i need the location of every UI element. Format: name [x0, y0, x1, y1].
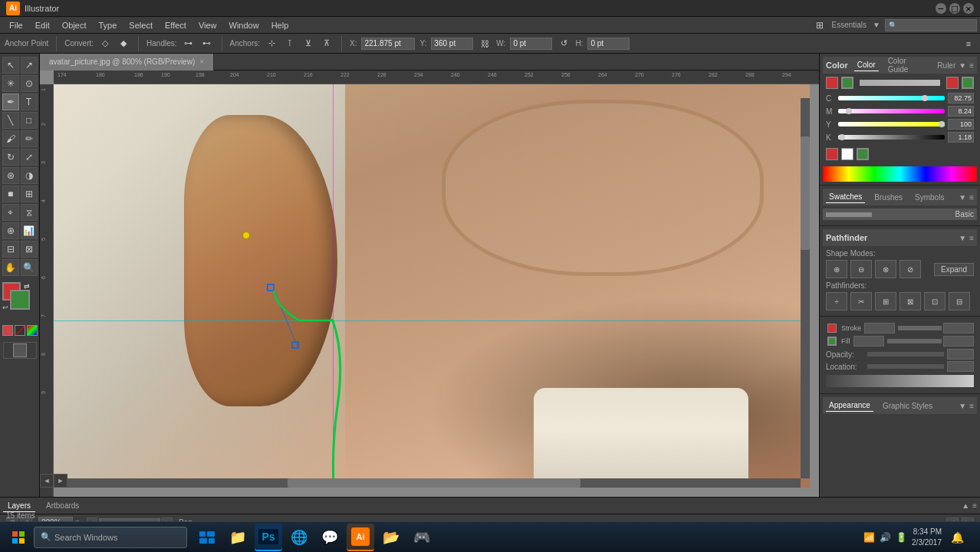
k-value-input[interactable]: 1.18 [948, 132, 974, 143]
crop-btn[interactable]: ⊠ [899, 292, 921, 310]
k-slider[interactable] [838, 135, 945, 140]
tab-close-button[interactable]: × [199, 58, 204, 66]
h-input[interactable] [587, 38, 630, 50]
color2-stroke-icon[interactable] [857, 148, 869, 160]
bottom-panel-collapse[interactable]: ▲ [962, 501, 969, 510]
vertical-scrollbar[interactable] [801, 98, 810, 478]
exclude-btn[interactable]: ⊘ [899, 260, 921, 278]
convert-icon1[interactable]: ◇ [98, 37, 112, 51]
file-explorer-taskbar[interactable]: 📁 [224, 524, 252, 551]
y-value-input[interactable]: 100 [948, 119, 974, 130]
close-button[interactable]: × [963, 3, 974, 14]
start-button[interactable] [6, 525, 31, 550]
pathfinder-panel-header[interactable]: Pathfinder ▼ ≡ [823, 229, 977, 246]
network-icon[interactable]: 📶 [863, 532, 875, 543]
w-input[interactable] [510, 38, 552, 50]
swatches-panel-collapse[interactable]: ▼ [959, 193, 966, 202]
anchors-icon2[interactable]: ⊺ [283, 37, 297, 51]
x-input[interactable] [361, 38, 415, 50]
options-icon[interactable]: ≡ [962, 37, 975, 51]
trim-btn[interactable]: ✂ [850, 292, 872, 310]
chain-icon[interactable]: ⛓ [478, 37, 492, 51]
fill-val2-input[interactable] [943, 336, 974, 347]
canvas-nav-next[interactable]: ► [54, 474, 67, 488]
pathfinder-collapse[interactable]: ▼ [959, 234, 966, 242]
tab-brushes[interactable]: Brushes [871, 192, 906, 203]
color-tab-ruler[interactable]: Ruler [934, 60, 959, 71]
selection-tool[interactable]: ↖ [2, 57, 19, 74]
handles-icon2[interactable]: ⊷ [200, 37, 214, 51]
color-mode-fill[interactable] [2, 325, 13, 336]
menu-object[interactable]: Object [56, 19, 93, 31]
notification-center[interactable]: 🔔 [946, 527, 968, 548]
paint-brush-tool[interactable]: 🖌 [2, 130, 19, 147]
lasso-tool[interactable]: ⊙ [21, 75, 38, 92]
fill-mode-icon[interactable] [3, 342, 37, 359]
menu-file[interactable]: File [3, 19, 29, 31]
color-mode-gradient[interactable] [27, 325, 38, 336]
menu-help[interactable]: Help [265, 19, 295, 31]
anchors-icon3[interactable]: ⊻ [301, 37, 315, 51]
battery-icon[interactable]: 🔋 [896, 532, 907, 543]
anchors-icon4[interactable]: ⊼ [320, 37, 334, 51]
pencil-tool[interactable]: ✏ [21, 130, 38, 147]
tab-appearance[interactable]: Appearance [826, 399, 873, 412]
type-tool[interactable]: T [21, 94, 38, 110]
refresh-icon[interactable]: ↺ [557, 37, 571, 51]
workspace-switcher-icon[interactable]: ⊞ [812, 18, 827, 33]
menu-view[interactable]: View [192, 19, 223, 31]
fill-color-box[interactable] [10, 290, 30, 310]
canvas-content[interactable] [54, 84, 810, 488]
hand-tool[interactable]: ✋ [2, 259, 19, 276]
tab-swatches[interactable]: Swatches [826, 191, 865, 203]
skype-taskbar[interactable]: 💬 [316, 524, 344, 551]
minimize-button[interactable]: − [936, 3, 946, 14]
convert-icon2[interactable]: ◆ [117, 37, 130, 51]
stroke-val2-input[interactable] [943, 323, 974, 334]
menu-effect[interactable]: Effect [159, 19, 192, 31]
unite-btn[interactable]: ⊕ [826, 260, 847, 278]
minus-front-btn[interactable]: ⊖ [850, 260, 872, 278]
opacity-input[interactable] [947, 349, 974, 360]
intersect-btn[interactable]: ⊗ [875, 260, 896, 278]
location-input[interactable] [947, 361, 974, 372]
taskbar-search[interactable]: 🔍 Search Windows [34, 527, 187, 548]
color-icon-fill[interactable] [946, 77, 959, 89]
scale-tool[interactable]: ⤢ [21, 149, 38, 166]
menu-edit[interactable]: Edit [29, 19, 56, 31]
minus-back-btn[interactable]: ⊟ [949, 292, 970, 310]
horizontal-scrollbar[interactable] [67, 478, 801, 488]
swatches-panel-header[interactable]: Swatches Brushes Symbols ▼ ≡ [823, 189, 977, 205]
appearance-collapse[interactable]: ▼ [959, 402, 966, 410]
symbol-sprayer-tool[interactable]: ⊕ [2, 222, 19, 239]
gradient-strip[interactable] [826, 375, 974, 387]
m-slider[interactable] [838, 109, 945, 113]
stroke-swatch-small[interactable] [827, 324, 837, 333]
menu-select[interactable]: Select [123, 19, 159, 31]
color-panel-collapse[interactable]: ▼ [959, 61, 966, 70]
brush-basic-item[interactable]: Basic [823, 209, 977, 220]
m-value-input[interactable]: 8.24 [948, 106, 974, 117]
photoshop-taskbar[interactable]: Ps [255, 524, 282, 551]
warp-tool[interactable]: ⊛ [2, 167, 19, 184]
merge-btn[interactable]: ⊞ [875, 292, 896, 310]
pen-tool[interactable]: ✒ [2, 94, 19, 110]
eyedropper-tool[interactable]: ⌖ [2, 204, 19, 221]
stroke-swatch[interactable] [826, 77, 838, 89]
color-mode-none[interactable] [15, 325, 25, 336]
tab-layers[interactable]: Layers [3, 500, 35, 512]
illustrator-taskbar[interactable]: Ai [347, 524, 374, 551]
color-tab-color[interactable]: Color [854, 59, 879, 71]
search-icon[interactable]: 🔍 [889, 21, 897, 29]
tab-symbols[interactable]: Symbols [912, 192, 947, 203]
rotate-tool[interactable]: ↻ [2, 149, 19, 166]
gradient-tool[interactable]: ■ [2, 186, 19, 202]
volume-icon[interactable]: 🔊 [880, 532, 891, 543]
reset-colors[interactable]: ↩ [2, 304, 8, 311]
pathfinder-menu[interactable]: ≡ [969, 234, 974, 242]
direct-selection-tool[interactable]: ↗ [21, 57, 38, 74]
handles-icon1[interactable]: ⊶ [182, 37, 196, 51]
tab-graphic-styles[interactable]: Graphic Styles [880, 400, 936, 412]
color-spectrum[interactable] [823, 166, 977, 182]
maximize-button[interactable]: □ [949, 3, 960, 14]
